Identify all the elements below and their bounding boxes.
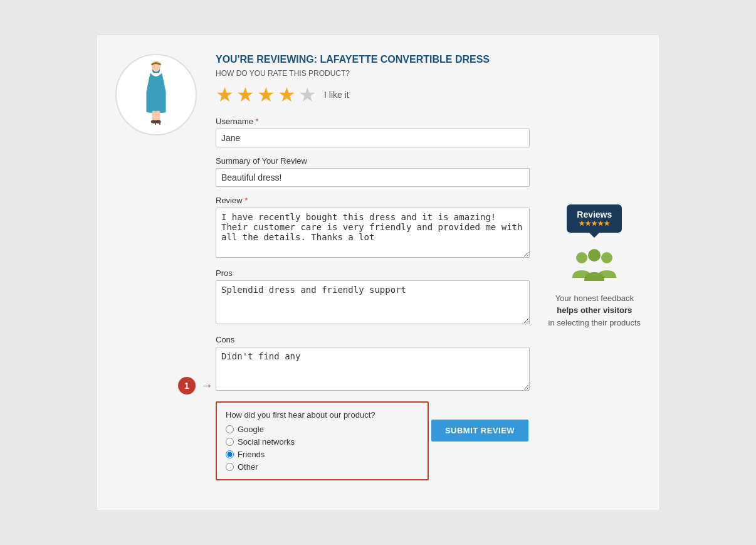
username-label: Username * [216, 117, 530, 126]
feedback-line1: Your honest feedback [555, 294, 634, 303]
feedback-line2: helps other visitors [557, 305, 632, 315]
cons-textarea[interactable]: Didn't find any [216, 347, 530, 391]
cons-label: Cons [216, 335, 530, 344]
svg-point-8 [601, 252, 612, 263]
annotation-number: 1 [178, 377, 196, 394]
review-group: Review * I have recently bought this dre… [216, 196, 530, 260]
star-5[interactable]: ★ [298, 83, 317, 107]
summary-label: Summary of Your Review [216, 156, 530, 166]
annotation-arrow: → [201, 378, 213, 393]
radio-input-friends[interactable] [226, 450, 234, 458]
hear-about-question: How did you first hear about our product… [226, 410, 419, 420]
review-form: YOU'RE REVIEWING: LAFAYETTE CONVERTIBLE … [216, 54, 530, 492]
username-required: * [256, 117, 259, 126]
svg-rect-2 [156, 110, 160, 121]
people-svg [569, 246, 619, 284]
annotation-1: 1 → [178, 377, 213, 394]
pros-group: Pros Splendid dress and friendly support [216, 268, 530, 326]
svg-rect-1 [152, 110, 156, 121]
username-input[interactable] [216, 129, 530, 147]
pros-textarea[interactable]: Splendid dress and friendly support [216, 280, 530, 324]
radio-google[interactable]: Google [226, 425, 419, 434]
radio-other[interactable]: Other [226, 462, 419, 472]
radio-input-social[interactable] [226, 438, 234, 446]
review-textarea[interactable]: I have recently bought this dress and it… [216, 208, 530, 258]
review-required: * [244, 196, 248, 205]
radio-label-other: Other [238, 462, 258, 472]
star-4[interactable]: ★ [278, 83, 296, 107]
hear-about-section: How did you first hear about our product… [216, 401, 429, 480]
radio-label-google: Google [238, 425, 264, 434]
radio-label-social: Social networks [238, 437, 295, 447]
svg-point-9 [588, 249, 601, 262]
product-title: YOU'RE REVIEWING: LAFAYETTE CONVERTIBLE … [216, 54, 530, 65]
feedback-line3: in selecting their products [549, 318, 641, 327]
rating-text: I like it [324, 90, 349, 100]
reviews-badge: Reviews ★★★★★ [567, 204, 622, 233]
star-rating-row[interactable]: ★ ★ ★ ★ ★ I like it [216, 83, 530, 107]
review-card: YOU'RE REVIEWING: LAFAYETTE CONVERTIBLE … [96, 34, 660, 511]
star-2[interactable]: ★ [236, 83, 255, 107]
star-1[interactable]: ★ [216, 83, 234, 107]
summary-group: Summary of Your Review [216, 156, 530, 187]
review-label: Review * [216, 196, 530, 205]
rate-label: HOW DO YOU RATE THIS PRODUCT? [216, 69, 530, 78]
submit-button[interactable]: SUBMIT REVIEW [431, 420, 528, 442]
product-image [115, 54, 197, 135]
cons-group: Cons Didn't find any [216, 335, 530, 393]
badge-label: Reviews [577, 209, 612, 220]
reviews-feedback-text: Your honest feedback helps other visitor… [549, 292, 641, 329]
radio-friends[interactable]: Friends [226, 450, 419, 459]
radio-social[interactable]: Social networks [226, 437, 419, 447]
sidebar: Reviews ★★★★★ Your honest feedback helps… [549, 54, 641, 492]
pros-label: Pros [216, 268, 530, 278]
product-image-col [115, 54, 197, 492]
radio-input-other[interactable] [226, 463, 234, 471]
badge-stars: ★★★★★ [577, 220, 612, 228]
radio-label-friends: Friends [238, 450, 265, 459]
star-3[interactable]: ★ [257, 83, 275, 107]
dress-illustration [134, 60, 178, 129]
people-icon [569, 246, 619, 286]
radio-input-google[interactable] [226, 425, 234, 433]
svg-point-7 [576, 252, 587, 263]
summary-input[interactable] [216, 168, 530, 187]
username-group: Username * [216, 117, 530, 147]
radio-group: Google Social networks Friends Other [226, 425, 419, 472]
